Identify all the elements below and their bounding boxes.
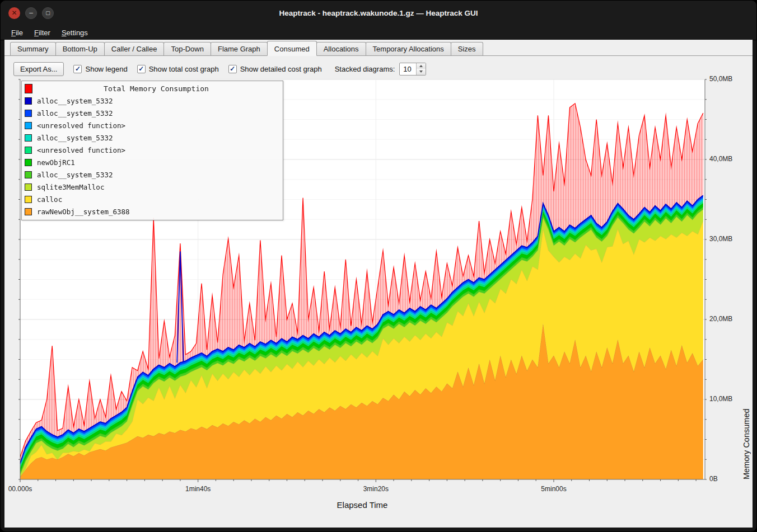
window-title: Heaptrack - heaptrack.wakunode.1.gz — He… bbox=[279, 9, 478, 17]
toolbar: Export As... ✓Show legend✓Show total cos… bbox=[4, 56, 753, 77]
tab-allocations[interactable]: Allocations bbox=[316, 42, 366, 55]
x-tick-label: 3min20s bbox=[351, 485, 401, 493]
stacked-diagrams-value: 10 bbox=[400, 63, 416, 75]
legend-item: sqlite3MemMalloc bbox=[25, 181, 280, 193]
checkbox-show-total-cost-graph[interactable]: ✓Show total cost graph bbox=[137, 65, 219, 73]
legend-item: alloc__system_5332 bbox=[25, 131, 280, 144]
total-consumption-swatch-icon bbox=[25, 84, 32, 93]
y-tick-label: 40,0MB bbox=[709, 155, 732, 163]
checkbox-box-icon: ✓ bbox=[73, 65, 82, 73]
x-tick-label: 1min40s bbox=[173, 485, 223, 493]
checkbox-label: Show total cost graph bbox=[149, 65, 219, 73]
tab-bar: SummaryBottom-UpCaller / CalleeTop-DownF… bbox=[4, 40, 753, 56]
y-tick-label: 30,0MB bbox=[709, 235, 732, 243]
checkbox-box-icon: ✓ bbox=[228, 65, 237, 73]
tab-sizes[interactable]: Sizes bbox=[451, 42, 483, 55]
spinbox-arrows bbox=[416, 63, 426, 75]
spin-down-icon[interactable] bbox=[417, 69, 426, 75]
minimize-button[interactable]: – bbox=[25, 7, 37, 19]
legend-item-label: newObjRC1 bbox=[37, 158, 75, 167]
legend-swatch-icon bbox=[25, 171, 32, 178]
legend-item-label: alloc__system_5332 bbox=[37, 134, 113, 142]
legend-item-label: alloc__system_5332 bbox=[37, 171, 113, 179]
checkbox-box-icon: ✓ bbox=[137, 65, 146, 73]
legend-item: newObjRC1 bbox=[25, 156, 280, 168]
legend-rows: alloc__system_5332alloc__system_5332<unr… bbox=[25, 95, 280, 218]
tab-top-down[interactable]: Top-Down bbox=[163, 42, 211, 55]
legend-item: rawNewObj__system_6388 bbox=[25, 205, 280, 218]
stacked-diagrams-group: Stacked diagrams: 10 bbox=[335, 63, 427, 76]
tab-caller-callee[interactable]: Caller / Callee bbox=[104, 42, 165, 55]
y-axis-title: Memory Consumed bbox=[742, 79, 751, 479]
legend-item-label: sqlite3MemMalloc bbox=[37, 183, 104, 191]
checkbox-label: Show legend bbox=[85, 65, 127, 73]
legend-item: calloc bbox=[25, 193, 280, 205]
window-controls: ✕–▢ bbox=[8, 1, 54, 25]
app-window: ✕–▢ Heaptrack - heaptrack.wakunode.1.gz … bbox=[0, 0, 757, 532]
menubar: FileFilterSettings bbox=[1, 25, 756, 40]
legend-item: alloc__system_5332 bbox=[25, 95, 280, 107]
legend-swatch-icon bbox=[25, 196, 32, 203]
legend-swatch-icon bbox=[25, 97, 32, 105]
y-tick-label: 0B bbox=[709, 475, 718, 483]
legend-swatch-icon bbox=[25, 134, 32, 142]
close-button[interactable]: ✕ bbox=[8, 7, 20, 19]
x-tick-label: 00.000s bbox=[4, 485, 45, 493]
tab-bottom-up[interactable]: Bottom-Up bbox=[55, 42, 105, 55]
legend-item: <unresolved function> bbox=[25, 119, 280, 131]
legend-item-label: alloc__system_5332 bbox=[37, 97, 113, 105]
y-tick-label: 20,0MB bbox=[709, 315, 732, 323]
legend-swatch-icon bbox=[25, 183, 32, 191]
tab-consumed[interactable]: Consumed bbox=[267, 41, 317, 56]
legend-title-row: Total Memory Consumption bbox=[25, 82, 280, 95]
legend-item-label: alloc__system_5332 bbox=[37, 109, 113, 117]
main-content: SummaryBottom-UpCaller / CalleeTop-DownF… bbox=[4, 40, 753, 528]
y-tick-label: 10,0MB bbox=[709, 395, 732, 403]
legend-item-label: <unresolved function> bbox=[37, 121, 125, 130]
spin-up-icon[interactable] bbox=[417, 63, 426, 69]
legend-item-label: rawNewObj__system_6388 bbox=[37, 208, 130, 216]
legend-title: Total Memory Consumption bbox=[32, 84, 280, 93]
legend-item-label: calloc bbox=[37, 195, 62, 204]
checkbox-show-legend[interactable]: ✓Show legend bbox=[73, 65, 127, 73]
legend-swatch-icon bbox=[25, 122, 32, 129]
toolbar-checkboxes: ✓Show legend✓Show total cost graph✓Show … bbox=[73, 65, 321, 73]
legend-swatch-icon bbox=[25, 147, 32, 154]
checkbox-label: Show detailed cost graph bbox=[240, 65, 322, 73]
legend-swatch-icon bbox=[25, 159, 32, 166]
legend-item-label: <unresolved function> bbox=[37, 146, 125, 154]
stacked-diagrams-spinbox[interactable]: 10 bbox=[399, 63, 426, 76]
legend-item: alloc__system_5332 bbox=[25, 168, 280, 181]
export-as-button[interactable]: Export As... bbox=[13, 62, 64, 76]
tab-flame-graph[interactable]: Flame Graph bbox=[211, 42, 268, 55]
titlebar[interactable]: ✕–▢ Heaptrack - heaptrack.wakunode.1.gz … bbox=[1, 1, 756, 25]
tab-summary[interactable]: Summary bbox=[10, 42, 56, 55]
legend-item: alloc__system_5332 bbox=[25, 107, 280, 119]
checkbox-show-detailed-cost-graph[interactable]: ✓Show detailed cost graph bbox=[228, 65, 322, 73]
menu-settings[interactable]: Settings bbox=[57, 27, 93, 39]
menu-file[interactable]: File bbox=[6, 27, 28, 39]
tab-temporary-allocations[interactable]: Temporary Allocations bbox=[366, 42, 451, 55]
menu-filter[interactable]: Filter bbox=[29, 27, 55, 39]
legend: Total Memory Consumption alloc__system_5… bbox=[21, 81, 283, 220]
stacked-diagrams-label: Stacked diagrams: bbox=[335, 65, 395, 73]
maximize-button[interactable]: ▢ bbox=[42, 7, 54, 19]
legend-item: <unresolved function> bbox=[25, 144, 280, 156]
x-tick-label: 5min00s bbox=[529, 485, 579, 493]
y-tick-label: 50,0MB bbox=[709, 75, 732, 83]
legend-swatch-icon bbox=[25, 110, 32, 117]
x-axis-title: Elapsed Time bbox=[306, 500, 418, 510]
legend-swatch-icon bbox=[25, 208, 32, 215]
